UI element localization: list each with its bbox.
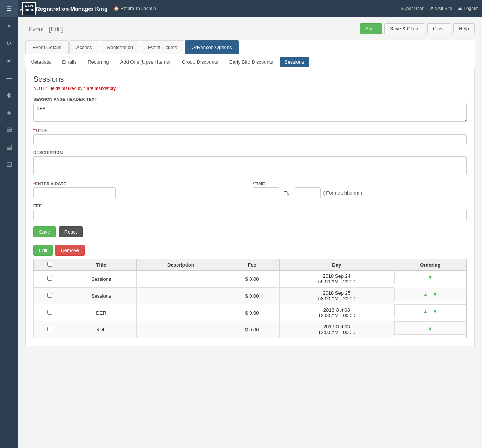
fee-group: FEE (33, 204, 467, 220)
order-up-button[interactable]: ▲ (421, 291, 430, 298)
order-down-button[interactable]: ▼ (431, 291, 439, 298)
title-input[interactable] (33, 134, 467, 145)
tab-access[interactable]: Access (69, 40, 99, 54)
super-user-label: Super User (401, 6, 424, 11)
sessions-panel: Sessions NOTE: Fields marked by * are ma… (25, 67, 475, 346)
fee-input[interactable] (33, 210, 467, 220)
time-from-input[interactable] (253, 187, 279, 198)
col-day: Day (279, 259, 394, 271)
close-button[interactable]: Close (427, 23, 451, 34)
table-row: XDE$ 0.002018 Oct 03 12:00 AM - 00:00▲ (34, 321, 467, 338)
time-label: *TIME (253, 181, 467, 186)
logout-link[interactable]: ⏏ Logout (458, 6, 478, 11)
row-day: 2018 Sep 25 08:00 AM - 20:00 (279, 288, 394, 304)
row-title: XDE (66, 321, 136, 338)
row-fee: $ 0.00 (225, 304, 280, 321)
navbar-right: Super User ↗ Visit Site ⏏ Logout (401, 6, 478, 11)
star-icon[interactable]: ★ (0, 52, 18, 69)
row-fee: $ 0.00 (225, 271, 280, 288)
row-checkbox-cell (34, 288, 66, 304)
order-up-button[interactable]: ▲ (421, 307, 430, 315)
edit-button[interactable]: Edit (33, 245, 53, 256)
document-icon[interactable]: ▬ (0, 69, 18, 86)
save-button[interactable]: Save (360, 23, 382, 34)
main-content: Event [Edit] Save Save & Close Close Hel… (18, 17, 482, 448)
date-label: *ENTER A DATE (33, 181, 247, 186)
chart-icon[interactable]: ▪ (0, 17, 18, 34)
mandatory-note: NOTE: Fields marked by * are mandatory. (33, 86, 467, 91)
tag-icon[interactable]: ◈ (0, 103, 18, 121)
date-input[interactable] (33, 187, 116, 198)
return-to-joomla-link[interactable]: 🏠 Return To Joomla (114, 6, 156, 11)
tab-event-details[interactable]: Event Details (25, 40, 69, 54)
row-description (136, 288, 225, 304)
row-checkbox-cell (34, 304, 66, 321)
sessions-title: Sessions (33, 75, 467, 84)
row-ordering: ▲▼ (394, 288, 466, 301)
tab-addons[interactable]: Add Ons (Upsell Items) (115, 57, 175, 67)
tab-group-discounts[interactable]: Group Discounts (177, 57, 223, 67)
primary-tabs: Event Details Access Registration Event … (25, 40, 475, 54)
help-button[interactable]: Help (453, 23, 475, 34)
form-reset-button[interactable]: Reset (59, 226, 83, 237)
row-description (136, 271, 225, 288)
page-header: Event [Edit] Save Save & Close Close Hel… (25, 23, 475, 34)
tab-sessions[interactable]: Sessions (280, 57, 309, 67)
list-icon[interactable]: ▤ (0, 138, 18, 155)
col-title: Title (66, 259, 136, 271)
header-text-group: SESSION PAGE HEADER TEXT DER (33, 97, 467, 123)
order-down-button[interactable]: ▼ (431, 307, 439, 315)
row-checkbox[interactable] (47, 276, 52, 281)
sessions-table: Title Description Fee Day Ordering Sessi… (33, 259, 467, 338)
description-input[interactable] (33, 156, 467, 175)
tab-event-tickets[interactable]: Event Tickets (141, 40, 184, 54)
form-actions: Save Reset (33, 226, 467, 237)
title-group: *TITLE (33, 128, 467, 145)
row-fee: $ 0.00 (225, 321, 280, 338)
page-title: Event [Edit] (25, 24, 63, 34)
col-checkbox (34, 259, 66, 271)
time-separator: - To - (281, 190, 292, 196)
row-day: 2018 Oct 03 12:00 AM - 00:00 (279, 304, 394, 321)
time-col: *TIME - To - ( Format: hh:mm ) (253, 181, 467, 204)
tab-metadata[interactable]: Metadata (25, 57, 55, 67)
tab-registration[interactable]: Registration (100, 40, 140, 54)
row-day: 2018 Sep 24 08:00 AM - 20:00 (279, 271, 394, 288)
select-all-checkbox[interactable] (47, 262, 52, 267)
row-description (136, 321, 225, 338)
gear-icon[interactable]: ⚙ (0, 34, 18, 52)
order-up-button[interactable]: ▲ (426, 324, 434, 332)
tab-advanced-options[interactable]: Advanced Options (185, 40, 239, 54)
header-buttons: Save Save & Close Close Help (360, 23, 475, 34)
row-checkbox[interactable] (47, 310, 52, 315)
row-description (136, 304, 225, 321)
save-close-button[interactable]: Save & Close (384, 23, 425, 34)
camera-icon[interactable]: ◉ (0, 86, 18, 103)
header-text-label: SESSION PAGE HEADER TEXT (33, 97, 467, 102)
row-checkbox[interactable] (47, 293, 52, 298)
tab-recurring[interactable]: Recurring (83, 57, 114, 67)
remove-button[interactable]: Remove (55, 245, 84, 256)
navbar: KINGPRODUCTS Registration Manager King 🏠… (18, 0, 482, 17)
row-fee: $ 0.00 (225, 288, 280, 304)
row-checkbox-cell (34, 271, 66, 288)
edit-icon[interactable]: ▤ (0, 121, 18, 138)
visit-site-link[interactable]: ↗ Visit Site (430, 6, 452, 11)
row-checkbox[interactable] (47, 327, 52, 331)
time-format-label: ( Format: hh:mm ) (323, 190, 362, 196)
header-text-input[interactable]: DER (33, 103, 467, 122)
tab-early-bird[interactable]: Early Bird Discounts (225, 57, 278, 67)
tab-emails[interactable]: Emails (57, 57, 81, 67)
row-ordering: ▲▼ (394, 304, 466, 318)
hamburger-menu-icon[interactable]: ☰ (0, 0, 18, 17)
table-row: DER$ 0.002018 Oct 03 12:00 AM - 00:00▲▼ (34, 304, 467, 321)
brand-logo: KINGPRODUCTS (22, 2, 36, 15)
time-to-input[interactable] (295, 187, 321, 198)
form-save-button[interactable]: Save (33, 226, 56, 237)
list2-icon[interactable]: ▤ (0, 155, 18, 172)
fee-label: FEE (33, 204, 467, 208)
title-label: *TITLE (33, 128, 467, 133)
row-title: Sessions (66, 288, 136, 304)
row-day: 2018 Oct 03 12:00 AM - 00:00 (279, 321, 394, 338)
order-down-button[interactable]: ▼ (426, 274, 434, 281)
